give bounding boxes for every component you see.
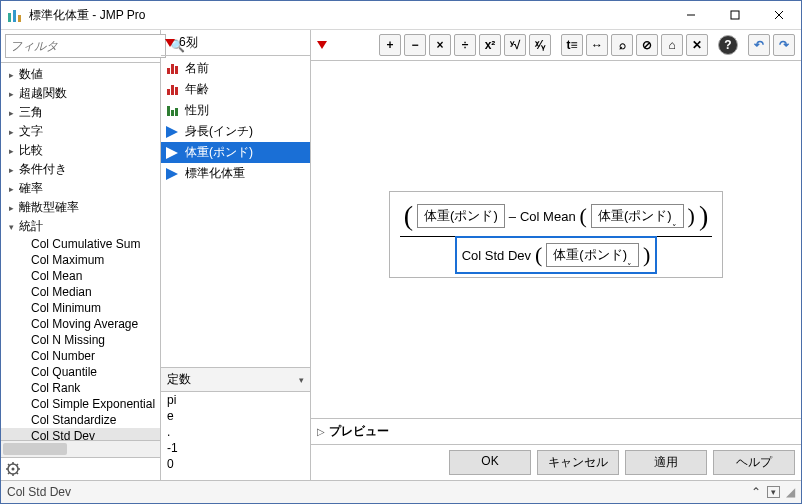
tree-group[interactable]: ▸比較: [1, 141, 160, 160]
constant-item[interactable]: e: [161, 408, 310, 424]
tree-function[interactable]: Col Standardize: [1, 412, 160, 428]
status-up-icon[interactable]: ⌃: [751, 485, 761, 499]
toolbar-button[interactable]: ÷: [454, 34, 476, 56]
column-item[interactable]: 身長(インチ): [161, 121, 310, 142]
tree-function[interactable]: Col Number: [1, 348, 160, 364]
tree-function[interactable]: Col Simple Exponential: [1, 396, 160, 412]
constants-header: 定数: [167, 371, 191, 388]
cancel-button[interactable]: キャンセル: [537, 450, 619, 475]
tree-function[interactable]: Col Minimum: [1, 300, 160, 316]
toolbar-button[interactable]: ᵡ⁄ᵧ: [529, 34, 551, 56]
toolbar-button[interactable]: +: [379, 34, 401, 56]
tree-group[interactable]: ▾統計: [1, 217, 160, 236]
column-item[interactable]: 年齢: [161, 79, 310, 100]
svg-rect-1: [13, 10, 16, 22]
titlebar: 標準化体重 - JMP Pro: [1, 1, 801, 30]
tree-group[interactable]: ▸三角: [1, 103, 160, 122]
toolbar-button[interactable]: ✕: [686, 34, 708, 56]
toolbar-button[interactable]: ⊘: [636, 34, 658, 56]
column-item[interactable]: 体重(ポンド): [161, 142, 310, 163]
constant-item[interactable]: -1: [161, 440, 310, 456]
formula-toolbar: +−×÷x²ʸ√ᵡ⁄ᵧt≡↔⌕⊘⌂✕?↶↷: [379, 34, 795, 56]
svg-rect-2: [18, 15, 21, 22]
columns-list[interactable]: 名前年齢性別身長(インチ)体重(ポンド)標準化体重: [161, 56, 310, 367]
status-text: Col Std Dev: [7, 485, 71, 499]
toolbar-button[interactable]: ↔: [586, 34, 608, 56]
close-button[interactable]: [757, 1, 801, 29]
svg-rect-0: [8, 13, 11, 22]
formula-menu-icon[interactable]: [317, 41, 327, 49]
status-box-icon[interactable]: ▾: [767, 486, 780, 498]
preview-label[interactable]: プレビュー: [329, 423, 389, 440]
tree-function[interactable]: Col Maximum: [1, 252, 160, 268]
tree-function[interactable]: Col Rank: [1, 380, 160, 396]
tree-function[interactable]: Col N Missing: [1, 332, 160, 348]
tree-group[interactable]: ▸条件付き: [1, 160, 160, 179]
ok-button[interactable]: OK: [449, 450, 531, 475]
tree-group[interactable]: ▸確率: [1, 179, 160, 198]
window-title: 標準化体重 - JMP Pro: [29, 7, 669, 24]
term-weight[interactable]: 体重(ポンド): [417, 204, 505, 228]
chevron-down-icon[interactable]: ▾: [299, 375, 304, 385]
formula-denominator[interactable]: Col Std Dev ( 体重(ポンド)ˬ ): [458, 239, 655, 271]
tree-group[interactable]: ▸超越関数: [1, 84, 160, 103]
tree-function[interactable]: Col Mean: [1, 268, 160, 284]
minimize-button[interactable]: [669, 1, 713, 29]
toolbar-button[interactable]: ×: [429, 34, 451, 56]
function-tree[interactable]: ▸数値▸超越関数▸三角▸文字▸比較▸条件付き▸確率▸離散型確率▾統計Col Cu…: [1, 63, 160, 440]
toolbar-button[interactable]: ʸ√: [504, 34, 526, 56]
tree-function[interactable]: Col Cumulative Sum: [1, 236, 160, 252]
toolbar-button[interactable]: ⌕: [611, 34, 633, 56]
toolbar-button[interactable]: −: [404, 34, 426, 56]
constant-item[interactable]: 0: [161, 456, 310, 472]
tree-function[interactable]: Col Moving Average: [1, 316, 160, 332]
statusbar: Col Std Dev ⌃ ▾ ◢: [1, 480, 801, 503]
filter-input[interactable]: [5, 34, 166, 58]
svg-point-8: [12, 468, 15, 471]
formula-canvas[interactable]: ( 体重(ポンド) – Col Mean ( 体重(ポンド)ˬ ) ) Col …: [311, 61, 801, 418]
tree-hscrollbar[interactable]: [1, 440, 160, 457]
formula-numerator[interactable]: ( 体重(ポンド) – Col Mean ( 体重(ポンド)ˬ ) ): [400, 198, 713, 234]
tree-group[interactable]: ▸数値: [1, 65, 160, 84]
term-weight-inner1[interactable]: 体重(ポンド)ˬ: [591, 204, 684, 228]
svg-line-16: [8, 473, 10, 475]
app-icon: [7, 7, 23, 23]
constants-list[interactable]: pie.-10: [161, 392, 310, 480]
term-weight-inner2[interactable]: 体重(ポンド)ˬ: [546, 243, 639, 267]
maximize-button[interactable]: [713, 1, 757, 29]
tree-function[interactable]: Col Median: [1, 284, 160, 300]
constant-item[interactable]: pi: [161, 392, 310, 408]
toolbar-button[interactable]: ↶: [748, 34, 770, 56]
columns-menu-icon[interactable]: [165, 39, 175, 47]
status-grip-icon: ◢: [786, 485, 795, 499]
constant-item[interactable]: .: [161, 424, 310, 440]
svg-rect-4: [731, 11, 739, 19]
toolbar-button[interactable]: ?: [718, 35, 738, 55]
toolbar-button[interactable]: t≡: [561, 34, 583, 56]
column-item[interactable]: 名前: [161, 58, 310, 79]
toolbar-button[interactable]: ⌂: [661, 34, 683, 56]
help-button[interactable]: ヘルプ: [713, 450, 795, 475]
toolbar-button[interactable]: x²: [479, 34, 501, 56]
toolbar-button[interactable]: ↷: [773, 34, 795, 56]
tree-function[interactable]: Col Quantile: [1, 364, 160, 380]
preview-disclosure-icon[interactable]: ▷: [317, 426, 325, 437]
tree-group[interactable]: ▸離散型確率: [1, 198, 160, 217]
svg-line-14: [17, 473, 19, 475]
tree-function[interactable]: Col Std Dev: [1, 428, 160, 440]
column-item[interactable]: 標準化体重: [161, 163, 310, 184]
gear-icon[interactable]: [5, 461, 21, 477]
svg-line-15: [17, 464, 19, 466]
apply-button[interactable]: 適用: [625, 450, 707, 475]
columns-header: 6列: [179, 34, 198, 51]
column-item[interactable]: 性別: [161, 100, 310, 121]
tree-group[interactable]: ▸文字: [1, 122, 160, 141]
svg-line-13: [8, 464, 10, 466]
